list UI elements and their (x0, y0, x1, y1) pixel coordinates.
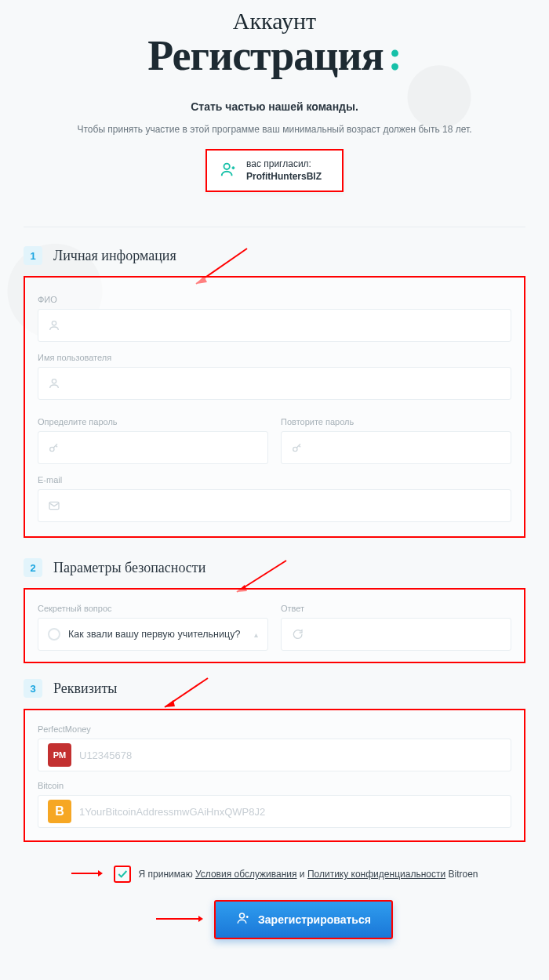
field-label: Секретный вопрос (38, 604, 268, 613)
hero: Аккаунт Регистрация: Стать частью нашей … (0, 0, 549, 208)
section-title: Личная информация (53, 248, 176, 264)
agree-pre: Я принимаю (139, 869, 195, 880)
field-label: Повторите пароль (281, 417, 511, 426)
register-button-label: Зарегистрироваться (258, 913, 371, 926)
register-button[interactable]: Зарегистрироваться (214, 900, 393, 939)
title-accent: : (388, 32, 402, 79)
tos-link[interactable]: Условия обслуживания (195, 869, 297, 880)
page-title-text: Регистрация (147, 32, 384, 79)
step-number: 1 (24, 246, 42, 265)
bitcoin-input-wrap[interactable]: B (38, 795, 511, 828)
page-description: Чтобы принять участие в этой программе в… (71, 122, 478, 136)
password-input-wrap[interactable] (38, 431, 268, 464)
user-add-icon (236, 911, 250, 928)
section-payment: 3 Реквизиты PerfectMoney PM Bitcoin B (0, 679, 549, 842)
chevron-up-icon: ▴ (254, 630, 258, 639)
svg-point-6 (293, 448, 297, 452)
password-repeat-input-wrap[interactable] (281, 431, 511, 464)
password-input[interactable] (68, 432, 258, 463)
field-label: Имя пользователя (38, 353, 511, 362)
agree-row: Я принимаю Условия обслуживания и Полити… (24, 866, 525, 883)
agree-checkbox[interactable] (114, 866, 131, 883)
submit-row: Зарегистрироваться (0, 900, 549, 939)
divider (24, 227, 525, 227)
bitcoin-brand-icon: B (48, 800, 71, 823)
svg-point-4 (52, 379, 56, 383)
fio-input-wrap[interactable] (38, 309, 511, 342)
svg-point-3 (52, 321, 56, 325)
page-pretitle: Аккаунт (24, 8, 525, 34)
perfectmoney-input[interactable] (79, 739, 501, 771)
bitcoin-input[interactable] (79, 796, 501, 827)
section-title: Реквизиты (53, 681, 117, 697)
agree-mid: и (297, 869, 307, 880)
field-label: ФИО (38, 295, 511, 304)
user-icon (48, 377, 60, 390)
username-input[interactable] (68, 368, 501, 399)
security-box: Секретный вопрос Как звали вашу первую у… (24, 588, 525, 663)
perfectmoney-brand-icon: PM (48, 743, 71, 767)
key-icon (48, 441, 60, 454)
email-input[interactable] (68, 490, 501, 521)
email-input-wrap[interactable] (38, 489, 511, 522)
payment-box: PerfectMoney PM Bitcoin B (24, 709, 525, 842)
svg-point-0 (224, 163, 230, 169)
page-subtitle: Стать частью нашей команды. (24, 100, 525, 113)
answer-input-wrap[interactable] (281, 618, 511, 651)
fio-input[interactable] (68, 310, 501, 341)
privacy-link[interactable]: Политику конфиденциальности (307, 869, 445, 880)
arrow-annotation-icon (71, 869, 103, 880)
arrow-annotation-icon (156, 913, 203, 927)
secret-question-value: Как звали вашу первую учительницу? (68, 629, 246, 640)
inviter-name: ProfitHuntersBIZ (246, 171, 322, 183)
section-security: 2 Параметры безопасности Секретный вопро… (0, 558, 549, 663)
step-number: 2 (24, 558, 42, 577)
field-label: Ответ (281, 604, 511, 613)
agree-post: Bitroen (445, 869, 478, 880)
svg-marker-15 (198, 916, 203, 922)
field-label: E-mail (38, 475, 511, 485)
section-title: Параметры безопасности (53, 560, 205, 576)
field-label: Определите пароль (38, 417, 268, 426)
field-label: Bitcoin (38, 781, 511, 790)
secret-question-select[interactable]: Как звали вашу первую учительницу? ▴ (38, 618, 268, 651)
step-number: 3 (24, 679, 42, 698)
chat-icon (291, 628, 304, 641)
mail-icon (48, 499, 60, 512)
svg-point-5 (50, 448, 54, 452)
personal-box: ФИО Имя пользователя Определите пароль (24, 276, 525, 538)
perfectmoney-input-wrap[interactable]: PM (38, 739, 511, 771)
agree-text: Я принимаю Условия обслуживания и Полити… (139, 869, 478, 880)
password-repeat-input[interactable] (311, 432, 501, 463)
section-personal: 1 Личная информация ФИО Имя пользователя… (0, 246, 549, 538)
svg-marker-11 (165, 700, 175, 707)
answer-input[interactable] (311, 619, 501, 650)
username-input-wrap[interactable] (38, 367, 511, 400)
radio-icon (48, 628, 60, 641)
field-label: PerfectMoney (38, 724, 511, 734)
inviter-card: вас пригласил: ProfitHuntersBIZ (205, 149, 344, 192)
page-title: Регистрация: (24, 34, 525, 77)
user-add-icon (220, 161, 237, 181)
key-icon (291, 441, 304, 454)
svg-point-16 (240, 913, 245, 918)
svg-marker-13 (98, 870, 103, 877)
inviter-label: вас пригласил: (246, 158, 322, 171)
user-icon (48, 319, 60, 332)
